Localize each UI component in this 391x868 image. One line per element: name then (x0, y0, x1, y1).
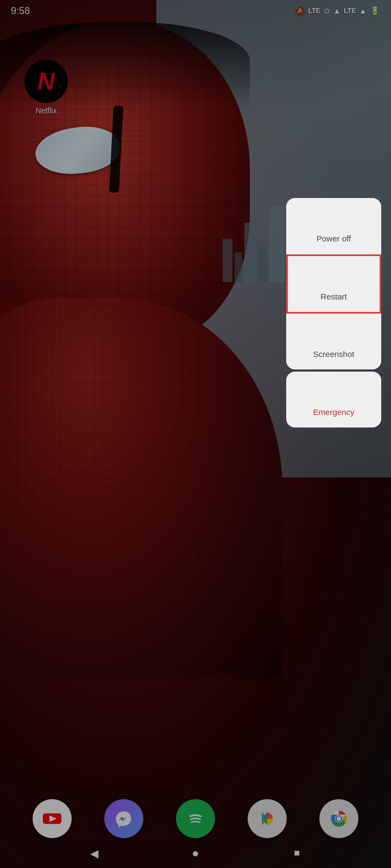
emergency-label: Emergency (313, 407, 355, 417)
restart-button[interactable]: Restart (286, 254, 381, 314)
emergency-item[interactable]: Emergency (286, 372, 381, 427)
emergency-button[interactable]: Emergency (286, 372, 381, 427)
screenshot-button[interactable]: Screenshot (286, 314, 381, 369)
dim-overlay (0, 0, 391, 868)
power-menu-top-group: Power off Restart Screenshot (286, 198, 381, 369)
power-off-label: Power off (317, 234, 351, 243)
screenshot-label: Screenshot (313, 349, 355, 359)
power-menu: Power off Restart Screenshot (286, 198, 381, 427)
restart-label: Restart (320, 292, 346, 301)
power-off-button[interactable]: Power off (286, 198, 381, 254)
